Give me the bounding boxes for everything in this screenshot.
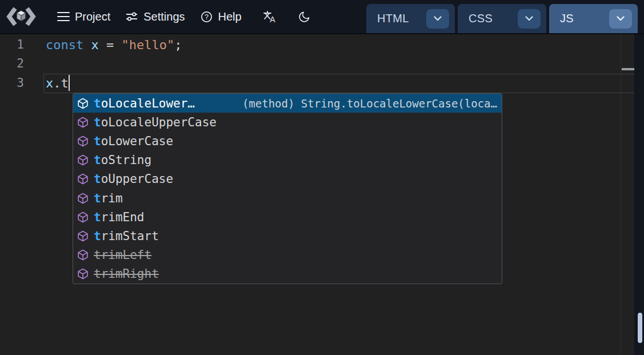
app-logo	[6, 5, 37, 29]
suggestion-item[interactable]: toLocaleLower…(method) String.toLocaleLo…	[73, 94, 502, 113]
method-cube-icon	[77, 98, 89, 109]
method-cube-icon	[77, 230, 89, 242]
css-options-button[interactable]	[518, 9, 541, 29]
page-scrollbar[interactable]	[634, 34, 644, 355]
chevron-down-icon	[525, 16, 533, 21]
method-cube-icon	[77, 117, 89, 128]
line-number: 3	[0, 74, 24, 93]
html-options-button[interactable]	[426, 9, 449, 29]
svg-text:A: A	[270, 15, 275, 24]
current-line-highlight	[43, 74, 635, 93]
tab-js-label: JS	[560, 12, 574, 25]
suggestion-item[interactable]: trimRight	[73, 265, 502, 284]
method-cube-icon	[77, 249, 89, 261]
cursor-position-marker	[622, 68, 634, 70]
svg-text:?: ?	[205, 13, 209, 21]
suggestion-label: trimLeft	[94, 248, 151, 262]
text-cursor	[69, 75, 70, 91]
tab-js[interactable]: JS	[549, 4, 638, 33]
js-options-button[interactable]	[609, 9, 632, 29]
suggestion-item[interactable]: toString	[73, 151, 502, 170]
menu-settings[interactable]: Settings	[125, 10, 185, 23]
overview-ruler	[621, 34, 634, 355]
suggestion-label: toLocaleUpperCase	[94, 115, 217, 129]
code-line: 1const x = "hello";	[0, 35, 634, 55]
line-number: 1	[0, 35, 24, 54]
code-line: 2	[0, 54, 634, 74]
suggestion-label: toUpperCase	[94, 172, 173, 186]
menu-settings-label: Settings	[143, 10, 185, 23]
suggestion-item[interactable]: toUpperCase	[73, 170, 502, 189]
translate-button[interactable]: A	[262, 10, 277, 24]
tab-html[interactable]: HTML	[366, 4, 455, 33]
suggestion-label: toLowerCase	[94, 134, 173, 148]
menu-help-label: Help	[218, 10, 242, 23]
menu-project[interactable]: Project	[57, 10, 110, 23]
suggestion-item[interactable]: toLowerCase	[73, 131, 502, 150]
tab-css-label: CSS	[469, 12, 493, 25]
suggestion-item[interactable]: trimLeft	[73, 246, 502, 265]
suggestion-label: toString	[94, 153, 151, 167]
suggestion-label: toLocaleLower…	[94, 97, 195, 110]
tab-html-label: HTML	[377, 12, 409, 25]
chevron-down-icon	[434, 16, 442, 21]
theme-toggle-button[interactable]	[298, 10, 311, 23]
autocomplete-popup: toLocaleLower…(method) String.toLocaleLo…	[73, 93, 502, 284]
suggestion-item[interactable]: trimStart	[73, 226, 502, 245]
suggestion-item[interactable]: toLocaleUpperCase	[73, 113, 502, 131]
method-cube-icon	[77, 173, 89, 185]
hamburger-icon	[57, 11, 70, 22]
sliders-icon	[125, 10, 138, 23]
editor-pane-tabs: HTML CSS JS	[366, 4, 638, 33]
help-circle-icon: ?	[200, 10, 213, 23]
suggestion-detail: (method) String.toLocaleLowerCase(loca…	[231, 97, 497, 110]
method-cube-icon	[77, 193, 89, 204]
tab-css[interactable]: CSS	[458, 4, 546, 33]
code-editor[interactable]: 1const x = "hello";23x.t toLocaleLower…(…	[0, 34, 634, 355]
suggestion-label: trimEnd	[94, 210, 145, 224]
method-cube-icon	[77, 135, 89, 147]
suggestion-label: trim	[94, 192, 123, 205]
line-number: 2	[0, 54, 24, 73]
scrollbar-thumb[interactable]	[638, 313, 642, 343]
suggestion-item[interactable]: trim	[73, 189, 502, 208]
method-cube-icon	[77, 154, 89, 166]
code-cube-logo-icon	[6, 5, 37, 29]
chevron-down-icon	[617, 16, 625, 21]
moon-icon	[298, 10, 311, 23]
suggestion-label: trimRight	[94, 267, 159, 281]
translate-icon: A	[262, 10, 277, 24]
suggestion-item[interactable]: trimEnd	[73, 208, 502, 226]
menu-project-label: Project	[75, 10, 110, 23]
method-cube-icon	[77, 268, 89, 280]
suggestion-label: trimStart	[94, 229, 159, 243]
top-bar: Project Settings ? Help A HTML	[0, 0, 644, 34]
method-cube-icon	[77, 212, 89, 223]
code-text: const x = "hello";	[46, 35, 182, 54]
menu-help[interactable]: ? Help	[200, 10, 242, 23]
